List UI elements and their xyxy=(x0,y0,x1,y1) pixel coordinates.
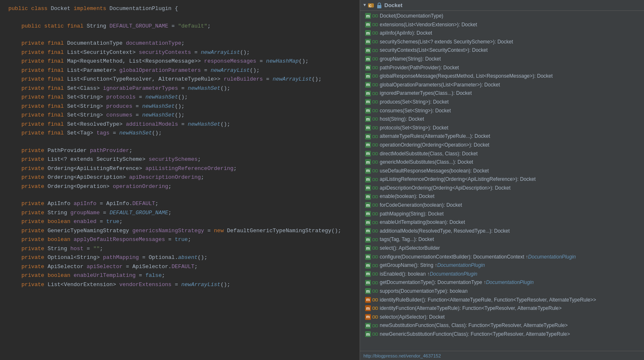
svg-rect-111 xyxy=(373,325,375,327)
lock-chain-icon xyxy=(372,91,378,96)
tree-item-label: forCodeGeneration(boolean): Docket xyxy=(380,201,462,209)
tree-item[interactable]: misEnabled(): boolean ↑DocumentationPlug… xyxy=(360,270,644,279)
code-line-6: private final List<SecurityContext> secu… xyxy=(0,48,360,57)
code-line-32: private List<VendorExtension> vendorExte… xyxy=(0,280,360,289)
tree-item[interactable]: mgetGroupName(): String ↑DocumentationPl… xyxy=(360,261,644,270)
tree-item[interactable]: mextensions(List<VendorExtension>): Dock… xyxy=(360,20,644,29)
method-badge: m xyxy=(365,73,371,79)
tree-item[interactable]: msupports(DocumentationType): boolean xyxy=(360,287,644,296)
svg-rect-6 xyxy=(373,23,375,26)
tree-item[interactable]: mproduces(Set<String>): Docket xyxy=(360,98,644,106)
method-badge: m xyxy=(365,237,371,243)
lock-chain-icon xyxy=(372,254,378,260)
lock-chain-icon xyxy=(372,323,378,329)
tree-item-label: directModelSubstitute(Class, Class): Doc… xyxy=(380,150,478,158)
tree-item[interactable]: mignoredParameterTypes(Class...): Docket xyxy=(360,89,644,98)
svg-rect-43 xyxy=(376,127,378,129)
code-line-10: private final Set<Class> ignorableParame… xyxy=(0,84,360,93)
tree-item-label: newGenericSubstitutionFunction(Class): F… xyxy=(380,330,570,338)
svg-rect-21 xyxy=(373,66,375,69)
lock-chain-icon xyxy=(372,159,378,165)
tree-item[interactable]: mselect(): ApiSelectorBuilder xyxy=(360,244,644,253)
svg-rect-22 xyxy=(376,66,378,69)
svg-rect-99 xyxy=(373,290,375,292)
svg-rect-12 xyxy=(373,41,375,43)
method-badge: m xyxy=(365,245,371,251)
tree-item[interactable]: mforCodeGeneration(boolean): Docket xyxy=(360,201,644,210)
tree-item[interactable]: moperationOrdering(Ordering<Operation>):… xyxy=(360,141,644,150)
svg-rect-66 xyxy=(373,195,375,198)
svg-rect-109 xyxy=(376,316,378,318)
tree-item-label: securityContexts(List<SecurityContext>):… xyxy=(380,46,488,54)
tree-item[interactable]: mgetDocumentationType(): DocumentationTy… xyxy=(360,278,644,287)
code-line-28: private String host = ""; xyxy=(0,244,360,254)
svg-rect-3 xyxy=(373,15,375,17)
svg-rect-64 xyxy=(376,187,378,189)
lock-chain-icon xyxy=(372,305,378,311)
tree-item-label: produces(Set<String>): Docket xyxy=(380,98,449,106)
lock-chain-icon xyxy=(372,99,378,105)
tree-item[interactable]: mgroupName(String): Docket xyxy=(360,55,644,63)
tree-item[interactable]: mpathMapping(String): Docket xyxy=(360,210,644,218)
tree-item-label: enableUrlTemplating(boolean): Docket xyxy=(380,218,465,226)
svg-rect-16 xyxy=(376,49,378,52)
tree-item[interactable]: mpathProvider(PathProvider): Docket xyxy=(360,63,644,72)
code-line-27: private boolean applyDefaultResponseMess… xyxy=(0,235,360,244)
tree-item-label: protocols(Set<String>): Docket xyxy=(380,124,448,132)
svg-rect-70 xyxy=(376,204,378,206)
svg-rect-46 xyxy=(376,135,378,138)
tree-item[interactable]: mgenericModelSubstitutes(Class...): Dock… xyxy=(360,158,644,167)
tree-item[interactable]: mconsumes(Set<String>): Docket xyxy=(360,106,644,115)
tree-item[interactable]: midentityFunction(AlternateTypeRule): Fu… xyxy=(360,304,644,313)
tree-item[interactable]: mconfigure(DocumentationContextBuilder):… xyxy=(360,253,644,261)
svg-rect-13 xyxy=(376,41,378,43)
svg-rect-19 xyxy=(376,58,378,60)
tree-item[interactable]: midentityRuleBuilder(): Function<Alterna… xyxy=(360,296,644,304)
code-line-23: private ApiInfo apiInfo = ApiInfo.DEFAUL… xyxy=(0,199,360,208)
tree-item-label: operationOrdering(Ordering<Operation>): … xyxy=(380,141,489,149)
tree-item[interactable]: mglobalOperationParameters(List<Paramete… xyxy=(360,81,644,89)
tree-item[interactable]: mapiDescriptionOrdering(Ordering<ApiDesc… xyxy=(360,184,644,193)
method-badge: m xyxy=(365,99,371,105)
code-line-empty2 xyxy=(0,30,360,39)
tree-item[interactable]: mdirectModelSubstitute(Class, Class): Do… xyxy=(360,150,644,158)
tree-item-label: additionalModels(ResolvedType, ResolvedT… xyxy=(380,227,510,235)
tree-item[interactable]: mglobalResponseMessage(RequestMethod, Li… xyxy=(360,72,644,81)
method-badge: m xyxy=(365,65,371,71)
method-badge: m xyxy=(365,194,371,200)
tree-item[interactable]: mselector(ApiSelector): Docket xyxy=(360,313,644,322)
tree-item[interactable]: mDocket(DocumentationType) xyxy=(360,12,644,20)
collapse-icon[interactable]: ▼ xyxy=(363,3,366,8)
tree-item[interactable]: mhost(String): Docket xyxy=(360,115,644,124)
code-line-30: private ApiSelector apiSelector = ApiSel… xyxy=(0,262,360,271)
tree-item[interactable]: msecurityContexts(List<SecurityContext>)… xyxy=(360,46,644,55)
tree-item[interactable]: museDefaultResponseMessages(boolean): Do… xyxy=(360,167,644,175)
status-text: http://blogpresso.net/vendor_4637152 xyxy=(363,353,441,358)
svg-rect-114 xyxy=(373,333,375,335)
tree-item[interactable]: mtags(Tag, Tag...): Docket xyxy=(360,235,644,244)
tree-item[interactable]: malternateTypeRules(AlternateTypeRule...… xyxy=(360,132,644,141)
tree-item[interactable]: menable(boolean): Docket xyxy=(360,192,644,201)
tree-item[interactable]: mnewGenericSubstitutionFunction(Class): … xyxy=(360,330,644,339)
method-badge: m xyxy=(365,263,371,269)
tree-item[interactable]: mprotocols(Set<String>): Docket xyxy=(360,124,644,132)
code-line-20: private Ordering<ApiDescription> apiDesc… xyxy=(0,173,360,182)
tree-item[interactable]: madditionalModels(ResolvedType, Resolved… xyxy=(360,227,644,236)
method-badge: m xyxy=(365,211,371,217)
svg-rect-97 xyxy=(376,281,378,284)
tree-item[interactable]: mapiListingReferenceOrdering(Ordering<Ap… xyxy=(360,175,644,184)
svg-rect-49 xyxy=(376,144,378,146)
method-badge: m xyxy=(365,271,371,277)
lock-chain-icon xyxy=(372,73,378,79)
tree-item[interactable]: mnewSubstitutionFunction(Class, Class): … xyxy=(360,321,644,330)
tree-item[interactable]: msecuritySchemes(List<? extends Security… xyxy=(360,38,644,46)
tree-body[interactable]: mDocket(DocumentationType)mextensions(Li… xyxy=(360,11,644,351)
svg-rect-31 xyxy=(376,92,378,95)
lock-chain-icon xyxy=(372,82,378,88)
tree-item[interactable]: mapiInfo(ApiInfo): Docket xyxy=(360,29,644,38)
svg-rect-9 xyxy=(373,32,375,34)
svg-text:C: C xyxy=(369,4,372,8)
tree-item[interactable]: menableUrlTemplating(boolean): Docket xyxy=(360,218,644,227)
lock-icon-header xyxy=(376,2,383,9)
lock-chain-icon xyxy=(372,288,378,294)
